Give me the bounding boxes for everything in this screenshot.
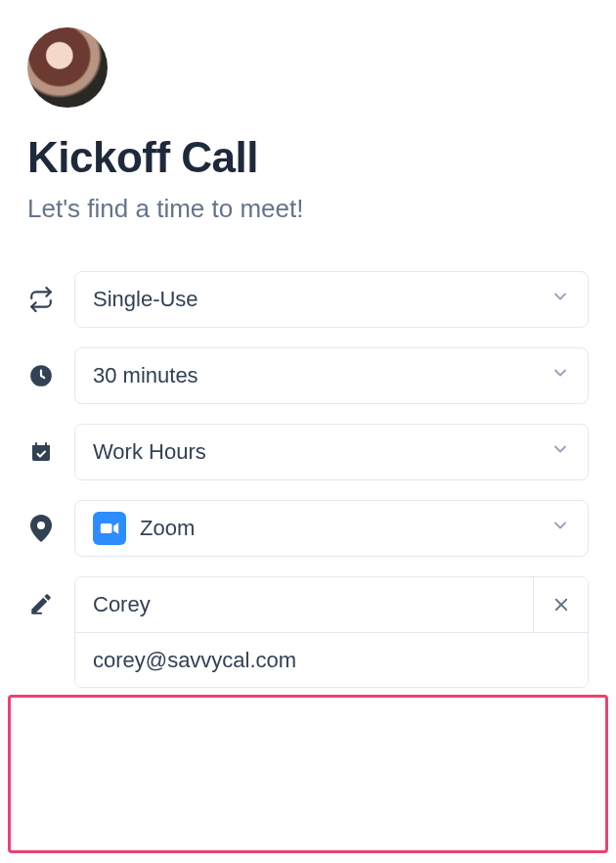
svg-rect-2: [32, 445, 50, 449]
location-pin-icon: [27, 515, 55, 542]
chevron-down-icon: [550, 516, 570, 541]
pencil-icon: [27, 590, 55, 617]
location-select-label: Zoom: [140, 516, 195, 541]
svg-point-5: [37, 522, 45, 529]
chevron-down-icon: [550, 439, 570, 465]
chevron-down-icon: [550, 363, 570, 388]
zoom-icon: [93, 512, 126, 545]
page-title: Kickoff Call: [27, 133, 589, 182]
highlight-annotation: [8, 695, 608, 853]
usage-select-label: Single-Use: [93, 287, 198, 312]
invitee-fields: [74, 576, 589, 688]
usage-select[interactable]: Single-Use: [74, 271, 589, 328]
page-subtitle: Let's find a time to meet!: [27, 194, 589, 224]
repeat-icon: [27, 286, 55, 313]
clear-name-button[interactable]: [533, 577, 588, 632]
duration-select-label: 30 minutes: [93, 363, 198, 388]
availability-select[interactable]: Work Hours: [74, 424, 589, 480]
svg-rect-8: [31, 613, 42, 614]
chevron-down-icon: [550, 287, 570, 312]
clock-icon: [27, 362, 55, 389]
svg-rect-6: [101, 523, 112, 533]
location-select[interactable]: Zoom: [74, 500, 589, 557]
invitee-email-field[interactable]: [75, 632, 588, 687]
invitee-name-field[interactable]: [75, 577, 533, 632]
availability-select-label: Work Hours: [93, 439, 206, 465]
svg-marker-7: [113, 522, 118, 534]
avatar: [27, 27, 108, 108]
calendar-check-icon: [27, 438, 55, 466]
duration-select[interactable]: 30 minutes: [74, 347, 589, 404]
